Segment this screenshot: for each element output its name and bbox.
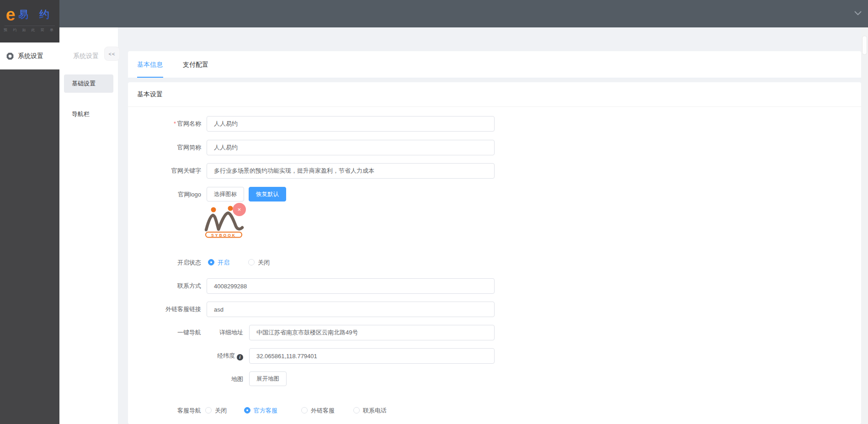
radio-service-external[interactable]: [301, 407, 308, 413]
logo-e-icon: e: [6, 6, 16, 23]
chevron-down-icon[interactable]: [854, 11, 862, 16]
logo-divider: [5, 26, 55, 26]
tabs-card: 基本信息 支付配置: [128, 51, 861, 78]
site-short-input[interactable]: [207, 140, 495, 155]
site-short-label: 官网简称: [128, 140, 201, 155]
sidebar-item-label: 系统设置: [18, 52, 43, 60]
latlng-label: 经纬度i: [204, 348, 243, 364]
choose-icon-button[interactable]: 选择图标: [207, 187, 244, 201]
info-icon[interactable]: i: [237, 354, 243, 360]
radio-service-external-label[interactable]: 外链客服: [311, 403, 335, 419]
radio-status-on[interactable]: [208, 259, 214, 265]
required-mark: *: [174, 120, 176, 127]
remove-logo-icon[interactable]: ×: [233, 203, 246, 216]
site-name-input[interactable]: [207, 116, 495, 132]
one-key-nav-label: 一键导航: [128, 325, 201, 340]
basic-settings-form-card: 基本设置 *官网名称 官网简称 官网关键字 官网logo 选择图标 恢复默认 S…: [128, 82, 861, 424]
section-title: 基本设置: [137, 90, 163, 99]
service-nav-radio-group: 关闭 官方客服 外链客服 联系电话: [128, 403, 585, 419]
subnav-item-basic-settings[interactable]: 基础设置: [64, 74, 113, 93]
radio-status-off-label[interactable]: 关闭: [258, 255, 270, 270]
primary-sidebar: 系统设置: [0, 42, 59, 424]
keywords-input[interactable]: [207, 163, 495, 179]
radio-service-official-label[interactable]: 官方客服: [254, 403, 277, 419]
scrollbar-thumb[interactable]: [862, 36, 867, 55]
radio-service-close[interactable]: [205, 407, 212, 413]
tab-payment-config[interactable]: 支付配置: [183, 51, 208, 78]
map-label: 地图: [204, 371, 243, 387]
radio-service-phone[interactable]: [353, 407, 360, 413]
subnav-item-navbar[interactable]: 导航栏: [64, 105, 113, 123]
secondary-sidebar-title: 系统设置: [73, 52, 99, 60]
address-label: 详细地址: [204, 325, 243, 340]
top-header: [0, 0, 868, 27]
logo-thumb-text: SYBOOK: [211, 233, 236, 238]
site-logo-label: 官网logo: [128, 187, 201, 202]
status-radio-group: 开启 关闭: [128, 255, 585, 270]
service-link-label: 外链客服链接: [128, 302, 201, 317]
radio-service-official[interactable]: [244, 407, 250, 413]
logo-tagline: 预 约 如 此 简 单: [0, 27, 59, 32]
contact-label: 联系方式: [128, 278, 201, 294]
address-input[interactable]: [249, 325, 495, 340]
restore-default-button[interactable]: 恢复默认: [249, 187, 286, 201]
app-window: e 易 约 预 约 如 此 简 单 系统设置 系统设置 << 基础设置 导航栏 …: [0, 0, 868, 424]
radio-status-off[interactable]: [248, 259, 255, 265]
vertical-scrollbar[interactable]: [861, 27, 868, 424]
service-link-input[interactable]: [207, 302, 495, 317]
tab-basic-info[interactable]: 基本信息: [137, 51, 163, 78]
app-logo: e 易 约 预 约 如 此 简 单: [0, 0, 59, 42]
latlng-input[interactable]: [249, 348, 495, 364]
keywords-label: 官网关键字: [128, 163, 201, 179]
sidebar-item-system-settings[interactable]: 系统设置: [0, 42, 59, 69]
active-tab-underline: [137, 77, 163, 78]
collapse-sidebar-button[interactable]: <<: [104, 47, 120, 61]
contact-input[interactable]: [207, 278, 495, 294]
radio-service-close-label[interactable]: 关闭: [215, 403, 227, 419]
radio-status-on-label[interactable]: 开启: [218, 255, 229, 270]
brand-name: 易 约: [18, 8, 53, 21]
expand-map-button[interactable]: 展开地图: [249, 371, 287, 386]
gear-icon: [6, 52, 14, 60]
section-divider: [128, 106, 861, 107]
site-name-label: *官网名称: [128, 116, 201, 132]
radio-service-phone-label[interactable]: 联系电话: [363, 403, 387, 419]
